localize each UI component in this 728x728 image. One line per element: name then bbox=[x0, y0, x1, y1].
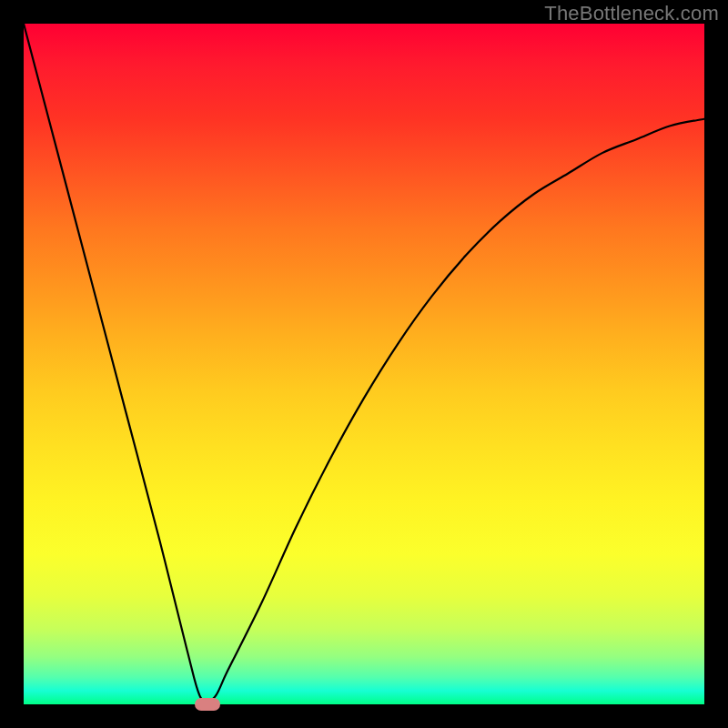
chart-frame: TheBottleneck.com bbox=[0, 0, 728, 728]
watermark-text: TheBottleneck.com bbox=[544, 2, 719, 25]
bottleneck-curve-path bbox=[24, 24, 704, 703]
optimum-marker bbox=[195, 698, 220, 711]
plot-area bbox=[24, 24, 704, 704]
curve-svg bbox=[24, 24, 704, 704]
